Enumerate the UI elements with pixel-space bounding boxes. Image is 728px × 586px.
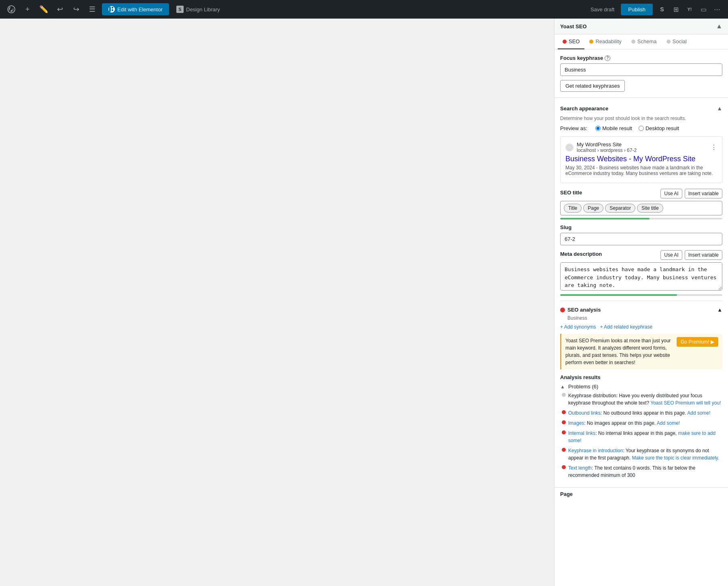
desktop-result-option[interactable]: Desktop result xyxy=(639,125,679,131)
use-ai-seo-title-button[interactable]: Use AI xyxy=(660,189,682,198)
problems-label: Problems (6) xyxy=(568,384,598,390)
problem-link-2[interactable]: Add some! xyxy=(687,410,710,416)
history-button[interactable]: ☰ xyxy=(86,3,99,16)
tab-social[interactable]: Social xyxy=(662,34,692,49)
get-related-keyphrases-button[interactable]: Get related keyphrases xyxy=(560,80,625,92)
seo-title-actions: Use AI Insert variable xyxy=(660,189,722,198)
preview-favicon xyxy=(565,143,574,152)
problem-item-1: Keyphrase distribution: Have you evenly … xyxy=(560,392,722,407)
layout-icon[interactable]: ▭ xyxy=(697,3,709,15)
mobile-radio[interactable] xyxy=(595,126,601,131)
analysis-links: + Add synonyms + Add related keyphrase xyxy=(560,324,722,330)
search-appearance-title: Search appearance xyxy=(560,105,608,112)
svg-rect-2 xyxy=(112,7,113,8)
preview-site-url: localhost › wordpress › 67-2 xyxy=(577,148,637,153)
outbound-link[interactable]: Outbound links xyxy=(568,410,601,416)
tab-readability[interactable]: Readability xyxy=(584,34,626,49)
problems-collapse-icon: ▲ xyxy=(560,384,565,390)
insert-variable-seo-title-button[interactable]: Insert variable xyxy=(685,189,722,198)
page-pill[interactable]: Page xyxy=(583,204,603,213)
preview-site-details: My WordPress Site localhost › wordpress … xyxy=(577,141,637,153)
internal-links-link[interactable]: Internal links xyxy=(568,430,595,436)
add-related-keyphrase-link[interactable]: + Add related keyphrase xyxy=(600,324,652,330)
analysis-results-title: Analysis results xyxy=(560,374,722,380)
save-draft-button[interactable]: Save draft xyxy=(587,4,618,15)
collapse-icon[interactable]: ▲ xyxy=(716,23,722,30)
tab-schema[interactable]: Schema xyxy=(626,34,662,49)
problem-text-2: Outbound links: No outbound links appear… xyxy=(568,409,711,417)
insert-variable-meta-button[interactable]: Insert variable xyxy=(685,250,722,260)
problem-link-5[interactable]: Make sure the topic is clear immediately… xyxy=(632,455,719,461)
meta-desc-progress xyxy=(560,294,722,296)
preview-more-icon[interactable]: ⋮ xyxy=(711,143,717,151)
tab-seo[interactable]: SEO xyxy=(558,34,584,49)
problem-dot-5 xyxy=(562,448,566,452)
add-new-button[interactable]: + xyxy=(21,3,34,16)
svg-point-4 xyxy=(567,145,571,150)
use-ai-meta-button[interactable]: Use AI xyxy=(660,250,682,260)
slug-label: Slug xyxy=(560,224,722,230)
search-appearance-header[interactable]: Search appearance ▲ xyxy=(560,103,722,113)
elementor-icon xyxy=(108,6,115,13)
premium-banner: Yoast SEO Premium looks at more than jus… xyxy=(560,334,722,369)
grid-icon[interactable]: ⊞ xyxy=(670,3,682,15)
keyphrase-intro-link[interactable]: Keyphrase in introduction xyxy=(568,448,623,453)
preview-site-name: My WordPress Site xyxy=(577,141,637,148)
seo-dot xyxy=(563,40,567,44)
slug-input[interactable] xyxy=(560,233,722,245)
meta-desc-label: Meta description xyxy=(560,251,602,257)
problem-item-4: Internal links: No internal links appear… xyxy=(560,430,722,444)
yoast-panel: Yoast SEO ▲ SEO Readability Schema Socia… xyxy=(554,19,728,586)
right-icons: S ⊞ Y! ▭ ⋯ xyxy=(656,3,723,15)
edit-with-elementor-button[interactable]: Edit with Elementor xyxy=(102,3,169,15)
preview-as-row: Preview as: Mobile result Desktop result xyxy=(560,125,722,131)
desktop-radio[interactable] xyxy=(639,126,644,131)
seo-title-row: SEO title Use AI Insert variable xyxy=(560,189,722,198)
undo-button[interactable]: ↩ xyxy=(53,3,66,16)
problem-link-1[interactable]: Yoast SEO Premium will tell you! xyxy=(650,400,721,406)
adminbar-right: Save draft Publish S ⊞ Y! ▭ ⋯ xyxy=(587,3,723,15)
main-wrap: Yoast SEO ▲ SEO Readability Schema Socia… xyxy=(0,19,728,586)
focus-keyphrase-input[interactable] xyxy=(560,63,722,76)
go-premium-button[interactable]: Go Premium! ▶ xyxy=(677,337,718,347)
yoast-right-icon[interactable]: Y! xyxy=(684,3,696,15)
preview-site-row: My WordPress Site localhost › wordpress … xyxy=(565,141,717,153)
add-synonyms-link[interactable]: + Add synonyms xyxy=(560,324,596,330)
preview-title[interactable]: Business Websites - My WordPress Site xyxy=(565,155,717,163)
seo-title-pills[interactable]: Title Page Separator Site title xyxy=(560,201,722,215)
social-dot xyxy=(667,40,671,44)
problem-link-3[interactable]: Add some! xyxy=(657,420,680,426)
site-title-pill[interactable]: Site title xyxy=(637,204,663,213)
search-appearance-toggle[interactable]: ▲ xyxy=(717,105,722,112)
separator-pill[interactable]: Separator xyxy=(605,204,635,213)
problem-text-6: Text length: The text contains 0 words. … xyxy=(568,464,722,479)
meta-description-textarea[interactable]: Business websites have made a landmark i… xyxy=(560,262,722,291)
yoast-tabs: SEO Readability Schema Social xyxy=(554,34,728,49)
design-library-button[interactable]: S Design Library xyxy=(172,3,224,15)
images-link[interactable]: Images xyxy=(568,420,584,426)
edit-icon[interactable]: ✏️ xyxy=(37,3,50,16)
problem-item-6: Text length: The text contains 0 words. … xyxy=(560,464,722,479)
help-icon[interactable]: ? xyxy=(605,55,610,61)
s-right-icon[interactable]: S xyxy=(656,3,668,15)
publish-button[interactable]: Publish xyxy=(621,4,653,15)
meta-desc-row: Meta description Use AI Insert variable xyxy=(560,250,722,260)
seo-title-progress xyxy=(560,218,722,219)
seo-title-progress-fill xyxy=(560,218,650,219)
title-pill[interactable]: Title xyxy=(564,204,582,213)
preview-site-info: My WordPress Site localhost › wordpress … xyxy=(565,141,637,153)
more-options-icon[interactable]: ⋯ xyxy=(711,3,723,15)
content-area xyxy=(0,19,554,586)
focus-keyphrase-label: Focus keyphrase ? xyxy=(560,55,722,61)
mobile-result-option[interactable]: Mobile result xyxy=(595,125,632,131)
studiopress-icon: S xyxy=(176,6,184,13)
wp-logo[interactable] xyxy=(5,3,18,16)
page-bottom-label: Page xyxy=(554,487,728,500)
svg-rect-3 xyxy=(112,9,113,11)
text-length-link[interactable]: Text length xyxy=(568,465,592,471)
problems-header[interactable]: ▲ Problems (6) xyxy=(560,384,722,390)
problem-item-5: Keyphrase in introduction: Your keyphras… xyxy=(560,447,722,462)
yoast-title: Yoast SEO xyxy=(560,23,587,30)
analysis-toggle[interactable]: ▲ xyxy=(717,307,722,313)
redo-button[interactable]: ↪ xyxy=(70,3,83,16)
